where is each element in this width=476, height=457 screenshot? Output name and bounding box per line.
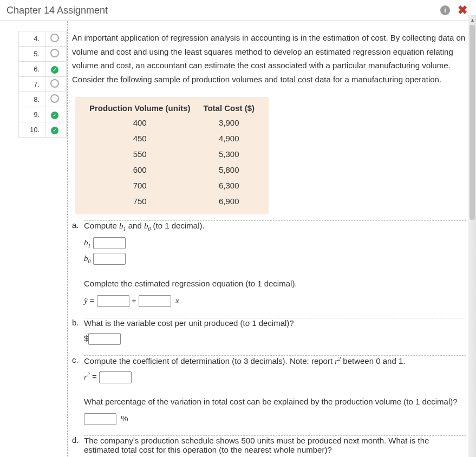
table-cell-volume: 450 xyxy=(83,130,197,146)
nav-item-status xyxy=(45,31,67,47)
nav-item-status: ✓ xyxy=(45,122,67,138)
nav-item-number: 7. xyxy=(19,77,45,92)
check-icon: ✓ xyxy=(51,127,58,134)
b0-label: b0 xyxy=(84,254,91,263)
part-b-text: What is the variable cost per unit produ… xyxy=(84,318,466,328)
table-row: 4504,900 xyxy=(83,130,261,146)
r2-input[interactable] xyxy=(99,371,132,383)
nav-item-number: 9. xyxy=(19,107,45,122)
nav-item-status xyxy=(45,47,67,62)
part-d-letter: d. xyxy=(72,435,84,457)
table-cell-volume: 750 xyxy=(83,193,197,209)
check-icon: ✓ xyxy=(51,112,58,119)
nav-item-status xyxy=(45,92,67,107)
close-icon[interactable]: ✖ xyxy=(455,3,470,17)
question-nav: 4.5.6.✓7.8.9.✓10.✓ xyxy=(0,21,65,457)
table-cell-cost: 6,900 xyxy=(197,193,261,209)
nav-item-status xyxy=(45,77,67,92)
nav-item[interactable]: 10.✓ xyxy=(19,122,67,138)
nav-item[interactable]: 9.✓ xyxy=(19,107,67,122)
table-cell-cost: 5,800 xyxy=(197,162,261,178)
and-text: and xyxy=(128,221,144,230)
part-a-end: (to 1 decimal). xyxy=(153,221,205,230)
page-title: Chapter 14 Assignment xyxy=(6,5,108,16)
table-cell-cost: 6,300 xyxy=(197,178,261,193)
scroll-up-icon[interactable]: ▴ xyxy=(468,15,476,24)
r2-symbol: r2 xyxy=(335,357,341,365)
table-cell-cost: 4,900 xyxy=(197,130,261,146)
nav-item-status: ✓ xyxy=(45,107,67,122)
part-b-letter: b. xyxy=(72,318,84,345)
table-cell-volume: 550 xyxy=(83,146,197,162)
part-c2-text: What percentage of the variation in tota… xyxy=(84,394,466,409)
part-d-text: The company's production schedule shows … xyxy=(84,436,466,454)
nav-item-number: 6. xyxy=(19,62,45,77)
b0-input[interactable] xyxy=(93,253,126,265)
part-a-letter: a. xyxy=(72,220,84,308)
r2-label: r2 xyxy=(84,373,90,381)
table-row: 4003,900 xyxy=(83,115,261,130)
nav-item[interactable]: 6.✓ xyxy=(19,62,67,77)
part-a-text: Compute xyxy=(84,221,119,230)
nav-item-number: 4. xyxy=(19,31,45,47)
dollar-sign: $ xyxy=(84,334,88,343)
part-c-pre: Compute the coefficient of determination… xyxy=(84,356,335,365)
nav-item-status: ✓ xyxy=(45,62,67,77)
percent-input[interactable] xyxy=(84,413,116,425)
nav-item-number: 8. xyxy=(19,92,45,107)
intro-text: An important application of regression a… xyxy=(72,31,466,86)
table-cell-volume: 600 xyxy=(83,162,197,178)
plus-sign: + xyxy=(132,296,139,305)
circle-icon xyxy=(50,79,59,88)
table-row: 6005,800 xyxy=(83,162,261,178)
b1-label: b1 xyxy=(84,238,91,247)
circle-icon xyxy=(50,49,59,57)
part-c-letter: c. xyxy=(72,355,84,426)
table-row: 7006,300 xyxy=(83,178,261,193)
table-head-volume: Production Volume (units) xyxy=(83,101,197,115)
circle-icon xyxy=(50,34,59,42)
vertical-scrollbar[interactable]: ▴ ▾ xyxy=(468,15,476,457)
data-table: Production Volume (units) Total Cost ($)… xyxy=(75,97,269,214)
table-cell-volume: 400 xyxy=(83,115,197,130)
intercept-input[interactable] xyxy=(97,295,129,307)
table-row: 5505,300 xyxy=(83,146,261,162)
b0-symbol: b0 xyxy=(144,221,151,230)
circle-icon xyxy=(50,94,59,103)
table-cell-cost: 5,300 xyxy=(197,146,261,162)
variable-cost-input[interactable] xyxy=(88,333,121,345)
slope-input[interactable] xyxy=(139,295,171,307)
nav-item[interactable]: 8. xyxy=(19,92,67,107)
question-content: An important application of regression a… xyxy=(67,21,476,457)
part-c-post: between 0 and 1. xyxy=(343,356,405,365)
x-symbol: x xyxy=(175,296,179,305)
table-head-cost: Total Cost ($) xyxy=(197,101,261,115)
scroll-thumb[interactable] xyxy=(470,25,475,220)
nav-item[interactable]: 7. xyxy=(19,77,67,92)
percent-sign: % xyxy=(121,414,128,423)
info-icon[interactable]: i xyxy=(440,5,450,15)
nav-item[interactable]: 5. xyxy=(19,47,67,62)
yhat-symbol: ŷ xyxy=(84,296,88,305)
b1-symbol: b1 xyxy=(119,221,126,230)
table-row: 7506,900 xyxy=(83,193,261,209)
table-cell-cost: 3,900 xyxy=(197,115,261,130)
table-cell-volume: 700 xyxy=(83,178,197,193)
nav-item[interactable]: 4. xyxy=(19,31,67,47)
eq-sign: = xyxy=(90,296,97,305)
check-icon: ✓ xyxy=(51,66,58,74)
part-a2-text: Complete the estimated regression equati… xyxy=(84,276,466,291)
nav-item-number: 5. xyxy=(19,47,45,62)
nav-item-number: 10. xyxy=(19,122,45,138)
b1-input[interactable] xyxy=(93,237,126,249)
eq-sign-c: = xyxy=(92,372,99,381)
